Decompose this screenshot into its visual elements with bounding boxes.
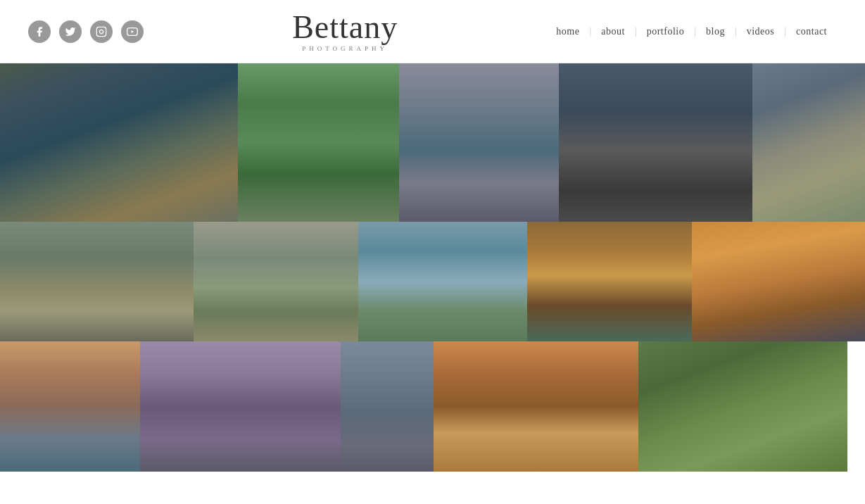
photo-plane-wreck[interactable] [559,63,752,222]
grid-row-3 [0,341,865,472]
twitter-icon[interactable] [59,20,82,43]
nav-videos[interactable]: videos [737,26,785,37]
nav-about[interactable]: about [591,26,635,37]
photo-big-ben[interactable] [140,341,341,472]
photo-volcano[interactable] [194,222,359,341]
photo-sunset-rocks[interactable] [527,222,693,341]
photo-banyan-tree[interactable] [638,341,847,472]
youtube-icon[interactable] [121,20,144,43]
logo-script: Bettany [144,11,546,44]
photo-sunset-water[interactable] [0,341,140,472]
grid-row-1 [0,63,865,222]
nav-contact[interactable]: contact [786,26,837,37]
photo-pier[interactable] [341,341,434,472]
instagram-icon[interactable] [90,20,113,43]
grid-row-2 [0,222,865,341]
nav-portfolio[interactable]: portfolio [637,26,695,37]
photo-cliff[interactable] [0,63,238,222]
photo-grid [0,63,865,472]
svg-rect-0 [96,27,106,36]
nav-home[interactable]: home [546,26,589,37]
header: Bettany PHOTOGRAPHY home | about | portf… [0,0,865,63]
svg-marker-2 [132,30,134,32]
photo-glacier-lake[interactable] [399,63,559,222]
social-icons [28,20,144,43]
nav-blog[interactable]: blog [696,26,735,37]
photo-church[interactable] [752,63,865,222]
main-nav: home | about | portfolio | blog | videos… [546,26,837,37]
photo-sunset-runner[interactable] [692,222,865,341]
photo-road-mountains[interactable] [0,222,194,341]
logo-sub: PHOTOGRAPHY [144,45,546,52]
photo-snow-mountains[interactable] [358,222,526,341]
facebook-icon[interactable] [28,20,51,43]
photo-waterfall[interactable] [238,63,399,222]
logo[interactable]: Bettany PHOTOGRAPHY [144,11,546,52]
photo-canyon[interactable] [434,341,638,472]
